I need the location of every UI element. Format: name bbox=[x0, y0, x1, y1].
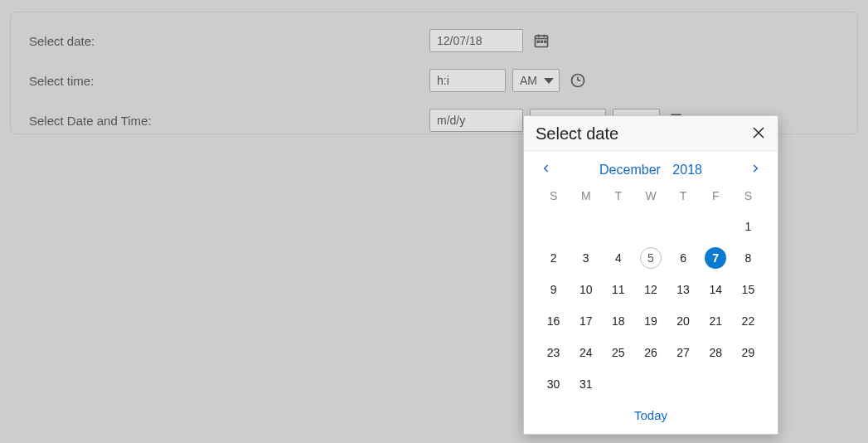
calendar-day[interactable]: 24 bbox=[570, 337, 602, 368]
calendar-day[interactable]: 11 bbox=[602, 274, 634, 305]
ampm-value: AM bbox=[520, 74, 537, 87]
calendar-day[interactable]: 25 bbox=[602, 337, 634, 368]
datepicker-title: Select date bbox=[536, 124, 618, 144]
calendar-day[interactable]: 28 bbox=[700, 337, 732, 368]
calendar-day[interactable]: 8 bbox=[732, 242, 764, 274]
close-icon[interactable] bbox=[751, 125, 766, 144]
calendar-day[interactable]: 13 bbox=[667, 274, 700, 305]
calendar-day[interactable]: 17 bbox=[570, 305, 602, 337]
dow-header: W bbox=[634, 183, 667, 211]
dow-header: T bbox=[667, 183, 700, 211]
calendar-day[interactable]: 20 bbox=[667, 305, 700, 337]
month-year-button[interactable]: December 2018 bbox=[599, 163, 702, 178]
calendar-day[interactable]: 18 bbox=[602, 305, 634, 337]
dow-header: M bbox=[570, 183, 602, 211]
calendar-day[interactable]: 6 bbox=[667, 242, 700, 274]
calendar-day[interactable]: 5 bbox=[634, 242, 667, 274]
calendar-day[interactable]: 16 bbox=[537, 305, 570, 337]
today-button[interactable]: Today bbox=[524, 400, 778, 434]
dow-header: S bbox=[732, 183, 764, 211]
calendar-day[interactable]: 22 bbox=[732, 305, 764, 337]
datepicker-popup: Select date December 2018 SMTWTFS 123456… bbox=[523, 115, 778, 435]
calendar-day[interactable]: 21 bbox=[700, 305, 732, 337]
year-label: 2018 bbox=[672, 163, 702, 177]
time-input[interactable]: h:i bbox=[429, 69, 506, 92]
prev-month-button[interactable] bbox=[541, 163, 552, 178]
calendar-day[interactable]: 2 bbox=[537, 242, 570, 274]
label-select-time: Select time: bbox=[29, 74, 429, 88]
calendar-day[interactable]: 31 bbox=[570, 368, 602, 400]
calendar-day[interactable]: 29 bbox=[732, 337, 764, 368]
calendar-day[interactable]: 14 bbox=[700, 274, 732, 305]
month-label: December bbox=[599, 163, 661, 177]
clock-icon[interactable] bbox=[570, 72, 586, 89]
dow-header: T bbox=[602, 183, 634, 211]
calendar-day[interactable]: 30 bbox=[537, 368, 570, 400]
calendar-day[interactable]: 7 bbox=[700, 242, 732, 274]
calendar-day[interactable]: 12 bbox=[634, 274, 667, 305]
svg-rect-5 bbox=[541, 41, 543, 43]
calendar-icon[interactable] bbox=[533, 32, 550, 49]
calendar-day[interactable]: 27 bbox=[667, 337, 700, 368]
calendar-day[interactable]: 15 bbox=[732, 274, 764, 305]
calendar-day[interactable]: 23 bbox=[537, 337, 570, 368]
date-input[interactable]: 12/07/18 bbox=[429, 29, 523, 52]
chevron-down-icon bbox=[544, 78, 554, 84]
ampm-select[interactable]: AM bbox=[512, 69, 560, 92]
calendar-day[interactable]: 26 bbox=[634, 337, 667, 368]
datetime-date-input[interactable]: m/d/y bbox=[429, 109, 523, 132]
calendar-day[interactable]: 4 bbox=[602, 242, 634, 274]
calendar-day[interactable]: 3 bbox=[570, 242, 602, 274]
dow-header: F bbox=[700, 183, 732, 211]
calendar-day[interactable]: 19 bbox=[634, 305, 667, 337]
svg-rect-4 bbox=[537, 41, 540, 43]
calendar-day[interactable]: 9 bbox=[537, 274, 570, 305]
label-select-date: Select date: bbox=[29, 34, 429, 48]
next-month-button[interactable] bbox=[749, 163, 761, 178]
calendar-day[interactable]: 10 bbox=[570, 274, 602, 305]
svg-rect-6 bbox=[544, 41, 546, 43]
dow-header: S bbox=[537, 183, 570, 211]
label-select-datetime: Select Date and Time: bbox=[29, 114, 429, 128]
calendar-day[interactable]: 1 bbox=[732, 211, 764, 242]
